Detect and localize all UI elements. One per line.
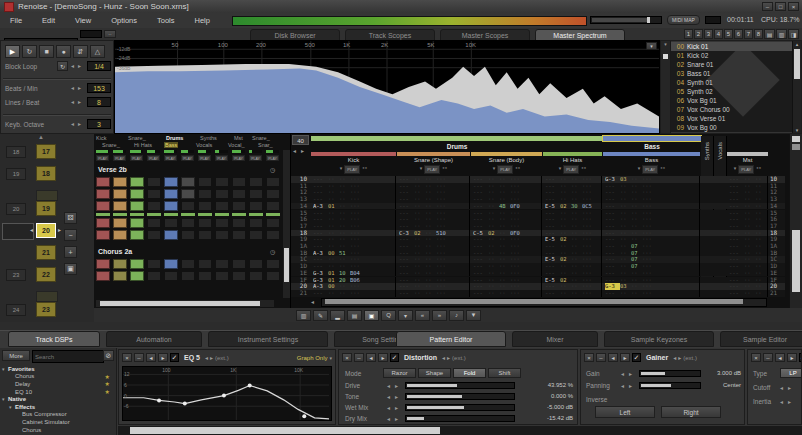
matrix-play-button[interactable]: PLAY bbox=[181, 155, 194, 161]
volume-cell[interactable]: ·· bbox=[499, 263, 510, 270]
volume-cell[interactable]: ·· bbox=[755, 263, 766, 270]
instrument-cell[interactable]: ·· bbox=[744, 256, 755, 263]
matrix-cell[interactable] bbox=[147, 218, 161, 228]
sequencer-current-right-arrow-icon[interactable]: ▸ bbox=[58, 226, 61, 233]
effect-cell[interactable]: ··· bbox=[582, 290, 598, 297]
note-cell[interactable]: --- bbox=[399, 210, 414, 217]
pattern-cell[interactable]: ---······· bbox=[397, 196, 470, 203]
volume-cell[interactable]: ·· bbox=[425, 196, 436, 203]
note-cell[interactable]: --- bbox=[313, 216, 328, 223]
matrix-cell[interactable] bbox=[249, 177, 263, 187]
pattern-cell[interactable]: E-502····· bbox=[543, 256, 602, 263]
matrix-track-name[interactable]: Synths bbox=[200, 135, 217, 141]
effect-cell[interactable]: ··· bbox=[436, 196, 452, 203]
note-cell[interactable]: --- bbox=[473, 250, 488, 257]
matrix-cell[interactable] bbox=[266, 177, 280, 187]
note-cell[interactable]: --- bbox=[399, 203, 414, 210]
pattern-vscrollbar[interactable] bbox=[789, 134, 802, 308]
effect-cell[interactable]: ··· bbox=[582, 210, 598, 217]
track-play-button[interactable]: PLAY bbox=[424, 165, 440, 174]
volume-cell[interactable]: ·· bbox=[755, 230, 766, 237]
effect-cell[interactable]: ··· bbox=[436, 290, 452, 297]
note-cell[interactable]: --- bbox=[313, 230, 328, 237]
note-cell[interactable]: --- bbox=[399, 223, 414, 230]
volume-cell[interactable]: 51 bbox=[339, 250, 350, 257]
clock-icon[interactable]: ◷ bbox=[270, 248, 275, 255]
effect-cell[interactable]: ··· bbox=[436, 203, 452, 210]
distortion-drive-inc-icon[interactable]: ▸ bbox=[395, 382, 398, 389]
instrument-cell[interactable]: ·· bbox=[560, 189, 571, 196]
stop-button[interactable]: ■ bbox=[39, 45, 54, 58]
instrument-cell[interactable]: ·· bbox=[328, 263, 339, 270]
pattern-cell[interactable]: ---······· bbox=[311, 236, 396, 243]
pattern-cell[interactable]: ---······· bbox=[471, 270, 542, 277]
pattern-cell[interactable]: ---······· bbox=[603, 216, 700, 223]
matrix-cell[interactable] bbox=[232, 271, 246, 281]
effect-cell[interactable]: ··· bbox=[582, 270, 598, 277]
matrix-track-name[interactable]: Vocal_ bbox=[228, 142, 245, 148]
volume-cell[interactable]: ·· bbox=[755, 216, 766, 223]
sequencer-slot-number[interactable]: 24 bbox=[6, 304, 26, 316]
note-cell[interactable]: --- bbox=[605, 263, 620, 270]
master-volume-thumb[interactable] bbox=[647, 17, 650, 23]
pattern-loop-button[interactable]: ↻ bbox=[22, 45, 37, 58]
volume-cell[interactable]: ·· bbox=[755, 196, 766, 203]
matrix-cell[interactable] bbox=[96, 271, 110, 281]
effect-cell[interactable]: ··· bbox=[510, 189, 526, 196]
favorite-star-icon[interactable]: ★ bbox=[105, 373, 110, 380]
instrument-cell[interactable]: 03 bbox=[620, 176, 631, 183]
midi-map-button[interactable]: MIDI MAP bbox=[667, 15, 700, 25]
pattern-cell[interactable]: ---······· bbox=[471, 250, 542, 257]
note-cell[interactable]: --- bbox=[605, 183, 620, 190]
instrument-cell[interactable]: ·· bbox=[328, 183, 339, 190]
volume-cell[interactable]: 07 bbox=[631, 250, 642, 257]
note-cell[interactable]: --- bbox=[399, 250, 414, 257]
instrument-cell[interactable]: ·· bbox=[560, 243, 571, 250]
effect-cell[interactable]: ··· bbox=[510, 236, 526, 243]
note-cell[interactable]: --- bbox=[545, 243, 560, 250]
volume-cell[interactable]: ·· bbox=[631, 216, 642, 223]
volume-cell[interactable]: ·· bbox=[571, 230, 582, 237]
effect-cell[interactable]: ··· bbox=[766, 183, 768, 190]
effect-cell[interactable]: ··· bbox=[642, 256, 658, 263]
distortion-mode-shape[interactable]: Shape bbox=[418, 368, 451, 378]
matrix-cell[interactable] bbox=[147, 177, 161, 187]
pattern-cell[interactable]: ---······· bbox=[397, 189, 470, 196]
volume-cell[interactable]: ·· bbox=[499, 236, 510, 243]
volume-cell[interactable]: ·· bbox=[339, 223, 350, 230]
sequencer-slot-number[interactable]: 19 bbox=[6, 168, 26, 180]
note-cell[interactable]: --- bbox=[545, 230, 560, 237]
instrument-cell[interactable]: 02 bbox=[560, 277, 571, 284]
pattern-cell[interactable]: ---······· bbox=[471, 243, 542, 250]
instrument-cell[interactable]: ·· bbox=[744, 230, 755, 237]
volume-cell[interactable]: ·· bbox=[425, 216, 436, 223]
instrument-cell[interactable]: ·· bbox=[744, 277, 755, 284]
track-play-button[interactable]: PLAY bbox=[563, 165, 579, 174]
gainer-inverse-right-button[interactable]: Right bbox=[661, 406, 721, 418]
instrument-scrollbar[interactable]: ▴▾ bbox=[792, 41, 801, 133]
instrument-cell[interactable]: ·· bbox=[328, 290, 339, 297]
volume-cell[interactable]: ·· bbox=[339, 236, 350, 243]
delete-pattern-icon[interactable]: − bbox=[64, 229, 77, 241]
track-play-button[interactable]: PLAY bbox=[497, 165, 513, 174]
pattern-cell[interactable]: G-303····· bbox=[603, 176, 700, 183]
spectrum-options-button[interactable]: ▾ bbox=[646, 42, 657, 50]
effect-cell[interactable]: B06 bbox=[350, 277, 366, 284]
view-preset-1[interactable]: 1 bbox=[684, 29, 693, 39]
eq-view-mode[interactable]: Graph Only bbox=[297, 355, 328, 361]
transport-inc-0[interactable]: ▸ bbox=[78, 62, 81, 69]
transport-inc-1[interactable]: ▸ bbox=[78, 84, 81, 91]
pattern-cell[interactable]: ---······· bbox=[397, 203, 470, 210]
pattern-cell[interactable]: ---······· bbox=[311, 223, 396, 230]
track-name[interactable]: Kick bbox=[311, 157, 396, 163]
note-cell[interactable]: --- bbox=[605, 223, 620, 230]
matrix-cell[interactable] bbox=[147, 201, 161, 211]
effect-cell[interactable]: ··· bbox=[350, 183, 366, 190]
effect-cell[interactable]: ··· bbox=[436, 263, 452, 270]
instrument-cell[interactable]: ·· bbox=[328, 210, 339, 217]
instrument-cell[interactable]: ·· bbox=[620, 223, 631, 230]
effect-cell[interactable]: ··· bbox=[766, 283, 768, 290]
note-cell[interactable]: G-3 bbox=[605, 283, 620, 290]
tab-track-dsps[interactable]: Track DSPs bbox=[8, 331, 100, 347]
instrument-cell[interactable]: ·· bbox=[488, 176, 499, 183]
